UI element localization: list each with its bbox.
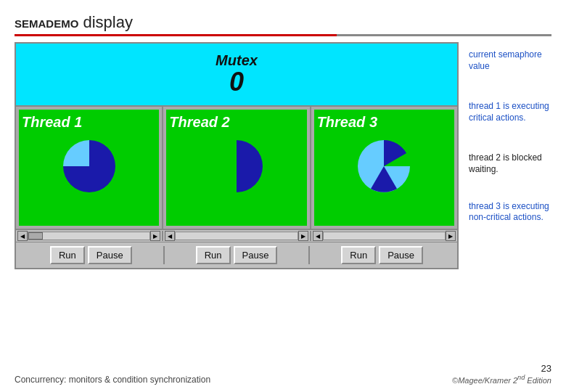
- scrollbar-area: ◀ ▶ ◀ ▶ ◀ ▶: [16, 229, 457, 242]
- thread-inner-1: Thread 1: [19, 110, 159, 226]
- edition-suffix: Edition: [525, 376, 551, 385]
- thread-label-3: Thread 3: [317, 114, 451, 131]
- scroll-left-3[interactable]: ◀: [313, 231, 323, 241]
- pause-button-1[interactable]: Pause: [88, 246, 132, 264]
- run-button-3[interactable]: Run: [341, 246, 376, 264]
- scroll-right-2[interactable]: ▶: [298, 231, 308, 241]
- run-button-2[interactable]: Run: [196, 246, 231, 264]
- pie-container-2: [169, 134, 303, 199]
- title-suffix: display: [78, 13, 133, 31]
- footer-right-group: 23 ©Magee/Kramer 2nd Edition: [452, 363, 551, 385]
- footer-credit: ©Magee/Kramer 2nd Edition: [452, 374, 551, 385]
- thread-panel-2: Thread 2: [163, 107, 311, 229]
- footer-left: Concurrency: monitors & condition synchr…: [15, 375, 210, 385]
- thread-panel-1: Thread 1: [16, 107, 163, 229]
- scroll-track-3[interactable]: [323, 232, 446, 240]
- annotation-thread1: thread 1 is executing critical actions.: [469, 101, 551, 123]
- thread-2-buttons: Run Pause: [165, 246, 311, 264]
- threads-row: Thread 1: [16, 107, 457, 229]
- mutex-value: 0: [16, 69, 457, 95]
- title-underline: [15, 34, 551, 36]
- scroll-track-2[interactable]: [175, 232, 298, 240]
- pie-container-3: [317, 134, 451, 199]
- footer: Concurrency: monitors & condition synchr…: [15, 363, 551, 385]
- edition-sup: nd: [517, 374, 525, 381]
- scroll-left-2[interactable]: ◀: [165, 231, 175, 241]
- footer-label: Concurrency: monitors & condition synchr…: [15, 375, 210, 385]
- title-prefix: SEMADEMO: [15, 17, 78, 30]
- pause-button-2[interactable]: Pause: [234, 246, 278, 264]
- thread-inner-3: Thread 3: [314, 110, 454, 226]
- scrollbar-3: ◀ ▶: [311, 231, 456, 241]
- annotation-semaphore: current semaphore value: [469, 49, 551, 72]
- title-area: SEMADEMO display: [15, 13, 551, 36]
- pause-button-3[interactable]: Pause: [379, 246, 423, 264]
- scroll-right-1[interactable]: ▶: [150, 231, 160, 241]
- thread-label-2: Thread 2: [169, 114, 303, 131]
- thread-inner-2: Thread 2: [166, 110, 306, 226]
- page-number: 23: [452, 363, 551, 374]
- thread-3-buttons: Run Pause: [310, 246, 454, 264]
- demo-panel: Mutex 0 Thread 1: [15, 42, 459, 269]
- scroll-right-3[interactable]: ▶: [446, 231, 456, 241]
- thread-label-1: Thread 1: [22, 114, 156, 131]
- page-title: SEMADEMO display: [15, 13, 551, 32]
- scrollbar-1: ◀ ▶: [17, 231, 163, 241]
- thread-1-buttons: Run Pause: [19, 246, 165, 264]
- scrollbar-2: ◀ ▶: [163, 231, 311, 241]
- scroll-left-1[interactable]: ◀: [17, 231, 28, 241]
- mutex-header: Mutex 0: [16, 44, 457, 107]
- thread-panel-3: Thread 3: [311, 107, 457, 229]
- annotation-thread2: thread 2 is blocked waiting.: [469, 152, 551, 175]
- page: SEMADEMO display Mutex 0 Thread 1: [0, 0, 566, 392]
- annotation-thread3: thread 3 is executing non-critical actio…: [469, 201, 551, 224]
- main-layout: Mutex 0 Thread 1: [15, 42, 551, 269]
- scroll-track-1[interactable]: [28, 232, 150, 240]
- buttons-area: Run Pause Run Pause Run Pause: [16, 242, 457, 268]
- pie-container-1: [22, 134, 156, 199]
- pie-chart-2: [208, 137, 266, 195]
- pie-chart-1: [60, 137, 118, 195]
- credit-text: ©Magee/Kramer 2: [452, 376, 517, 385]
- run-button-1[interactable]: Run: [50, 246, 85, 264]
- pie-chart-3: [355, 137, 413, 195]
- sidebar: current semaphore value thread 1 is exec…: [459, 42, 551, 224]
